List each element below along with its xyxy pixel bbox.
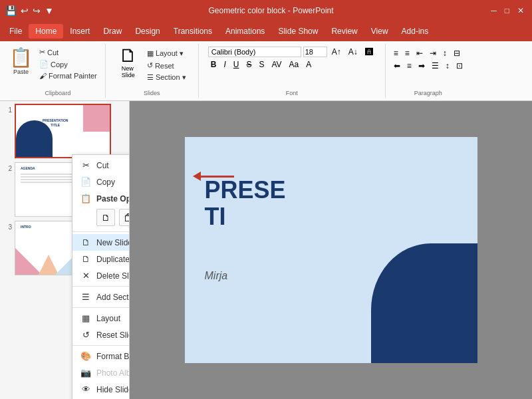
context-menu-copy[interactable]: 📄 Copy [72,174,130,190]
reset-button[interactable]: ↺Reset [144,60,189,71]
clipboard-group: 📋 Paste ✂Cut 📄Copy 🖌Format Painter Clipb… [0,44,106,98]
case-button[interactable]: Aa [287,59,302,70]
font-increase-button[interactable]: A↑ [329,47,344,57]
font-decrease-button[interactable]: A↓ [346,47,360,57]
menu-insert[interactable]: Insert [63,24,96,39]
slide-num-3: 3 [3,221,12,231]
context-menu-new-slide[interactable]: 🗋 New Slide [72,234,130,251]
slide-image-1[interactable]: PRESENTATIONTITLE [15,104,111,158]
paste-label: Paste [13,68,29,75]
line-spacing-button[interactable]: ↕ [443,61,452,71]
menu-home[interactable]: Home [29,24,63,39]
char-spacing-button[interactable]: AV [269,59,284,70]
title-bar-icons: 💾 ↩ ↪ ▼ [5,5,54,16]
slide-canvas: PRESETI Mirja [130,101,532,399]
strikethrough-button[interactable]: S [243,59,254,70]
slides-label: Slides [106,90,198,96]
context-menu-photo-album[interactable]: 📷 Photo Album... [72,364,130,381]
slide-panel[interactable]: 1 PRESENTATIONTITLE 2 AGENDA [0,101,130,399]
arrow-indicator [193,172,234,181]
new-slide-button[interactable]: 🗋 NewSlide [115,45,142,80]
customize-icon[interactable]: ▼ [45,5,54,16]
copy-button[interactable]: 📄Copy [37,59,100,70]
font-color-button[interactable]: A [303,59,314,70]
italic-button[interactable]: I [221,59,228,70]
format-background-ctx-label: Format Background... [96,352,130,361]
add-section-ctx-icon: ☰ [80,292,91,302]
paste-option-2[interactable]: 🗍 [119,209,130,226]
context-menu-layout[interactable]: ▦ Layout ▶ [72,310,130,327]
menu-slideshow[interactable]: Slide Show [271,24,325,39]
shadow-button[interactable]: S [256,59,267,70]
font-size-input[interactable] [303,47,327,57]
context-menu-reset-slide[interactable]: ↺ Reset Slide [72,327,130,343]
font-toolbar: A↑ A↓ 🅰 B I U S S AV Aa A [204,45,380,71]
menu-view[interactable]: View [364,24,395,39]
cut-button[interactable]: ✂Cut [37,47,100,58]
clear-format-button[interactable]: 🅰 [362,47,376,57]
bold-button[interactable]: B [208,59,219,70]
menu-transitions[interactable]: Transitions [167,24,219,39]
paragraph-label: Paragraph [386,90,471,96]
context-menu-format-background[interactable]: 🎨 Format Background... [72,348,130,364]
paste-ctx-icon: 📋 [80,194,91,203]
menu-draw[interactable]: Draw [96,24,128,39]
layout-icon: ▦ [147,49,154,58]
bullets-button[interactable]: ≡ [391,48,401,59]
menu-design[interactable]: Design [128,24,166,39]
slide3-title-text: INTRO [21,225,31,229]
text-columns-button[interactable]: ⊟ [451,48,463,59]
decrease-indent-button[interactable]: ⇤ [414,48,426,59]
duplicate-ctx-label: Duplicate Slide [96,255,130,264]
slides-small-buttons: ▦Layout ▾ ↺Reset ☰Section ▾ [144,48,189,83]
numbering-button[interactable]: ≡ [402,48,412,59]
align-left-button[interactable]: ⬅ [391,61,403,71]
slide-thumb-1[interactable]: 1 PRESENTATIONTITLE [3,104,126,158]
minimize-button[interactable]: ─ [488,6,499,15]
new-slide-icon: 🗋 [119,47,138,65]
menu-file[interactable]: File [3,24,29,39]
window-controls: ─ □ ✕ [488,6,527,15]
paste-option-1[interactable]: 🗋 [96,209,115,226]
clipboard-label: Clipboard [5,90,110,96]
menu-addins[interactable]: Add-ins [395,24,436,39]
context-menu-cut[interactable]: ✂ Cut [72,157,130,174]
layout-button[interactable]: ▦Layout ▾ [144,48,189,59]
paste-button[interactable]: 📋 Paste [5,45,37,76]
undo-icon[interactable]: ↩ [21,5,29,16]
increase-indent-button[interactable]: ⇥ [427,48,439,59]
clipboard-small-buttons: ✂Cut 📄Copy 🖌Format Painter [37,47,100,81]
font-family-input[interactable] [208,47,301,57]
copy-ctx-icon: 📄 [80,177,91,187]
context-menu-paste-header: 📋 Paste Options: [72,190,130,207]
context-menu-hide-slide[interactable]: 👁 Hide Slide [72,381,130,398]
save-icon[interactable]: 💾 [5,5,17,16]
cut-ctx-icon: ✂ [80,160,91,170]
underline-button[interactable]: U [231,59,242,70]
align-right-button[interactable]: ➡ [416,61,428,71]
context-menu-delete-slide[interactable]: ✕ Delete Slide [72,267,130,284]
section-button[interactable]: ☰Section ▾ [144,72,189,83]
title-bar-title: Geometric color block - PowerPoint [54,6,488,15]
paste-icon: 📋 [9,47,33,68]
context-menu-duplicate-slide[interactable]: 🗋 Duplicate Slide [72,251,130,267]
slide-num-2: 2 [3,162,12,172]
menu-animations[interactable]: Animations [219,24,271,39]
paragraph-group: ≡ ≡ ⇤ ⇥ ↕ ⊟ ⬅ ≡ ➡ ☰ ↕ ⊡ Paragraph [386,44,471,98]
align-center-button[interactable]: ≡ [404,61,414,71]
justify-button[interactable]: ☰ [429,61,442,71]
paste-header-label: Paste Options: [96,194,130,203]
slide-main: PRESETI Mirja [185,137,477,363]
hide-slide-ctx-label: Hide Slide [96,385,130,394]
maximize-button[interactable]: □ [502,6,512,15]
font-row-1: A↑ A↓ 🅰 [208,47,376,57]
more-paragraph-button[interactable]: ⊡ [454,61,466,71]
text-direction-button[interactable]: ↕ [440,48,450,59]
font-group: A↑ A↓ 🅰 B I U S S AV Aa A Font [199,44,386,98]
reset-slide-ctx-label: Reset Slide [96,331,130,340]
redo-icon[interactable]: ↪ [33,5,41,16]
menu-review[interactable]: Review [325,24,364,39]
format-painter-button[interactable]: 🖌Format Painter [37,70,100,81]
context-menu-add-section[interactable]: ☰ Add Section [72,289,130,305]
close-button[interactable]: ✕ [515,6,527,15]
